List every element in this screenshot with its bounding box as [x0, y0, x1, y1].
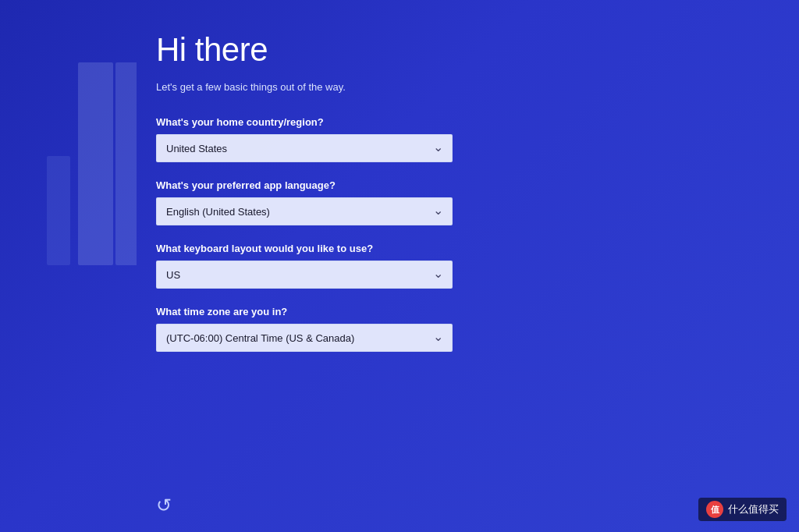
keyboard-label: What keyboard layout would you like to u… — [156, 243, 799, 254]
timezone-section: What time zone are you in? (UTC-12:00) I… — [156, 306, 799, 352]
timezone-select-wrapper: (UTC-12:00) International Date Line West… — [156, 324, 453, 352]
language-section: What's your preferred app language? Engl… — [156, 179, 799, 225]
language-label: What's your preferred app language? — [156, 179, 799, 191]
page-title: Hi there — [156, 31, 799, 69]
language-select-wrapper: English (United States) English (United … — [156, 197, 453, 225]
keyboard-select-wrapper: US United Kingdom French German Japanese — [156, 261, 453, 289]
page-subtitle: Let's get a few basic things out of the … — [156, 81, 799, 93]
watermark: 值 什么值得买 — [698, 498, 787, 521]
keyboard-section: What keyboard layout would you like to u… — [156, 243, 799, 289]
country-select-wrapper: United States China United Kingdom Canad… — [156, 134, 453, 162]
timezone-label: What time zone are you in? — [156, 306, 799, 317]
timezone-select[interactable]: (UTC-12:00) International Date Line West… — [156, 324, 453, 352]
main-content: Hi there Let's get a few basic things ou… — [0, 0, 799, 532]
country-select[interactable]: United States China United Kingdom Canad… — [156, 134, 453, 162]
keyboard-select[interactable]: US United Kingdom French German Japanese — [156, 261, 453, 289]
country-section: What's your home country/region? United … — [156, 116, 799, 162]
watermark-text: 什么值得买 — [728, 502, 779, 516]
language-select[interactable]: English (United States) English (United … — [156, 197, 453, 225]
watermark-logo: 值 — [706, 501, 723, 518]
country-label: What's your home country/region? — [156, 116, 799, 128]
back-button[interactable]: ↺ — [156, 495, 172, 516]
